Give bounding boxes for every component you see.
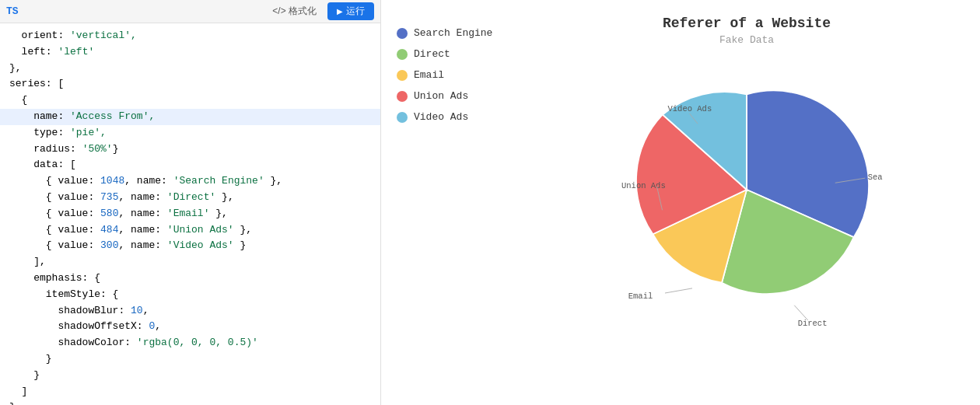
legend-item-union-ads: Union Ads [397,90,521,102]
code-area: orient: 'vertical', left: 'left' }, seri… [0,23,380,405]
code-text: ], [9,254,46,271]
editor-toolbar: TS </> 格式化 运行 [0,0,380,23]
run-button[interactable]: 运行 [327,2,374,20]
legend-label-direct: Direct [414,48,450,60]
code-text: { value: [9,173,100,190]
legend-label-video-ads: Video Ads [414,111,468,123]
code-text: shadowOffsetX: [9,319,149,335]
code-text: } [9,400,16,405]
code-num: 10 [131,303,143,319]
code-text: itemStyle: { [9,287,118,303]
pie-label-search-engine: Search Engine [868,173,883,182]
code-text: { value: [9,238,100,254]
pie-svg: Search Engine Direct Email Union Ads Vid… [611,54,883,326]
chart-title: Referer of a Website [663,16,831,31]
code-text: series: [ [9,76,64,93]
code-string: 'Direct' [167,190,215,206]
code-text: }, [215,190,233,206]
code-text: , name: [118,222,166,239]
code-num: 300 [100,238,118,254]
code-line: data: [ [0,157,380,173]
code-string: 'pie', [70,125,107,141]
legend-dot-search-engine [397,28,408,39]
code-line: radius: '50%'} [0,141,380,158]
code-line: { value: 735, name: 'Direct' }, [0,190,380,206]
pie-label-direct: Direct [798,319,828,326]
code-text: emphasis: { [9,271,100,287]
code-num: 0 [149,319,155,335]
code-line: emphasis: { [0,271,380,287]
chart-subtitle: Fake Data [719,34,774,46]
legend-item-video-ads: Video Ads [397,111,521,123]
pie-label-video-ads: Video Ads [668,104,712,113]
legend-label-email: Email [414,69,444,81]
code-text: orient: [9,28,70,44]
code-text: { value: [9,222,100,239]
editor-lang: TS [6,5,19,17]
code-line: { value: 484, name: 'Union Ads' }, [0,222,380,239]
code-line: } [0,400,380,405]
chart-area: Referer of a Website Fake Data [521,16,972,326]
code-line: type: 'pie', [0,125,380,141]
code-string: 'Union Ads' [167,222,234,239]
label-line-direct [794,305,808,320]
code-text: }, [264,173,282,190]
code-punct: } [113,141,119,158]
code-text: radius: [9,141,82,158]
code-text: shadowColor: [9,335,137,351]
code-string: 'left' [58,44,94,61]
code-text: } [9,351,52,368]
code-line: { value: 300, name: 'Video Ads' } [0,238,380,254]
pie-chart: Search Engine Direct Email Union Ads Vid… [611,54,883,326]
legend-dot-union-ads [397,91,408,102]
code-string: 'Search Engine' [173,173,264,190]
code-num: 580 [100,206,118,222]
legend-item-email: Email [397,69,521,81]
code-line-highlighted: name: 'Access From', [0,109,380,125]
code-text: name: [9,109,70,125]
code-text: , name: [118,206,166,222]
code-text: shadowBlur: [9,303,131,319]
code-line: shadowOffsetX: 0, [0,319,380,335]
code-line: { value: 580, name: 'Email' }, [0,206,380,222]
legend-item-search-engine: Search Engine [397,27,521,39]
code-num: 735 [100,190,118,206]
legend-label-search-engine: Search Engine [414,27,492,39]
code-line: shadowColor: 'rgba(0, 0, 0, 0.5)' [0,335,380,351]
code-string: '50%' [82,141,113,158]
code-num: 484 [100,222,118,239]
code-text: } [9,368,40,384]
code-text: }, [234,222,252,239]
code-text: , name: [124,173,173,190]
code-text: { value: [9,190,100,206]
toolbar-right: </> 格式化 运行 [268,2,374,20]
code-line: shadowBlur: 10, [0,303,380,319]
label-line-email [665,288,692,293]
legend-dot-video-ads [397,112,408,123]
format-button[interactable]: </> 格式化 [268,3,321,19]
chart-legend: Search Engine Direct Email Union Ads Vid… [397,16,521,123]
legend-item-direct: Direct [397,48,521,60]
legend-dot-email [397,70,408,81]
code-string: 'Access From', [70,109,155,125]
code-text: ] [9,384,27,400]
code-text: , name: [118,238,166,254]
chart-panel: Search Engine Direct Email Union Ads Vid… [381,0,980,405]
code-line: itemStyle: { [0,287,380,303]
code-line: { value: 1048, name: 'Search Engine' }, [0,173,380,190]
code-line: series: [ [0,76,380,93]
code-text: , [143,303,149,319]
code-text: { [9,93,27,109]
code-line: ], [0,254,380,271]
code-num: 1048 [100,173,124,190]
code-string: 'Email' [167,206,210,222]
code-line: } [0,351,380,368]
code-text: , name: [118,190,166,206]
pie-label-union-ads: Union Ads [621,181,666,190]
legend-dot-direct [397,49,408,60]
code-text: }, [209,206,227,222]
code-string: 'vertical', [70,28,137,44]
legend-label-union-ads: Union Ads [414,90,468,102]
code-string: 'rgba(0, 0, 0, 0.5)' [137,335,258,351]
code-text: type: [9,125,70,141]
